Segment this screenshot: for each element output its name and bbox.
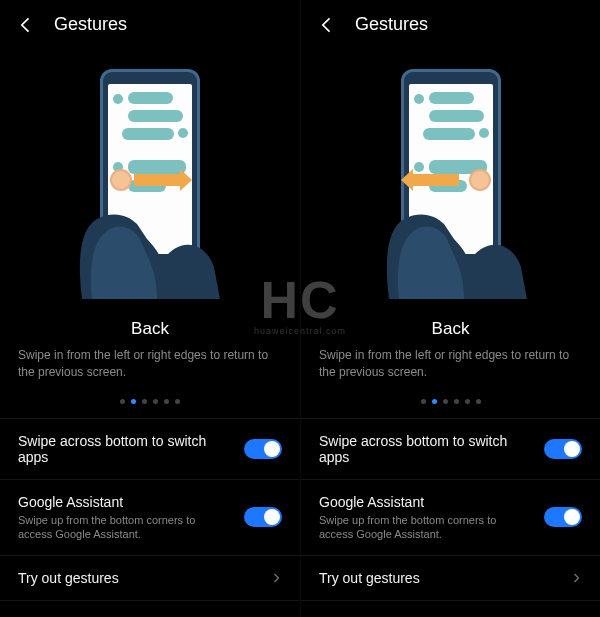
phone-mockup (80, 69, 220, 299)
setting-label: Swipe across bottom to switch apps (18, 433, 232, 465)
setting-sublabel: Swipe up from the bottom corners to acce… (18, 513, 232, 542)
pager-dot[interactable] (142, 399, 147, 404)
setting-label: Try out gestures (18, 570, 258, 586)
header: Gestures (0, 0, 300, 49)
setting-label: Swipe across bottom to switch apps (319, 433, 532, 465)
gesture-description: Swipe in from the left or right edges to… (301, 339, 600, 381)
setting-try-out-gestures[interactable]: Try out gestures (0, 556, 300, 601)
toggle-switch[interactable] (244, 439, 282, 459)
setting-try-out-gestures[interactable]: Try out gestures (301, 556, 600, 601)
gesture-description: Swipe in from the left or right edges to… (0, 339, 300, 381)
page-title: Gestures (355, 14, 428, 35)
chevron-right-icon (570, 572, 582, 584)
setting-swipe-switch[interactable]: Swipe across bottom to switch apps (301, 419, 600, 480)
thumb-icon (110, 169, 132, 191)
pager-dot[interactable] (175, 399, 180, 404)
swipe-arrow-right-icon (134, 174, 182, 186)
toggle-switch[interactable] (544, 507, 582, 527)
pager-dot[interactable] (131, 399, 136, 404)
thumb-icon (469, 169, 491, 191)
setting-label: Google Assistant (319, 494, 532, 510)
back-arrow-icon[interactable] (16, 15, 36, 35)
setting-google-assistant[interactable]: Google Assistant Swipe up from the botto… (0, 480, 300, 557)
pager-dot[interactable] (443, 399, 448, 404)
pager-dot[interactable] (465, 399, 470, 404)
pager-dot[interactable] (476, 399, 481, 404)
gesture-illustration (301, 49, 600, 309)
header: Gestures (301, 0, 600, 49)
page-indicator (0, 399, 300, 404)
setting-google-assistant[interactable]: Google Assistant Swipe up from the botto… (301, 480, 600, 557)
gesture-title: Back (301, 319, 600, 339)
pager-dot[interactable] (421, 399, 426, 404)
page-indicator (301, 399, 600, 404)
hand-illustration (72, 189, 222, 299)
toggle-switch[interactable] (544, 439, 582, 459)
gesture-illustration (0, 49, 300, 309)
setting-label: Google Assistant (18, 494, 232, 510)
hand-illustration (379, 189, 529, 299)
setting-label: Try out gestures (319, 570, 558, 586)
settings-panel-left: Gestures (0, 0, 300, 617)
toggle-switch[interactable] (244, 507, 282, 527)
setting-sublabel: Swipe up from the bottom corners to acce… (319, 513, 532, 542)
setting-swipe-switch[interactable]: Swipe across bottom to switch apps (0, 419, 300, 480)
page-title: Gestures (54, 14, 127, 35)
swipe-arrow-left-icon (411, 174, 459, 186)
gesture-title: Back (0, 319, 300, 339)
pager-dot[interactable] (432, 399, 437, 404)
settings-panel-right: Gestures (300, 0, 600, 617)
pager-dot[interactable] (120, 399, 125, 404)
phone-mockup (381, 69, 521, 299)
chevron-right-icon (270, 572, 282, 584)
pager-dot[interactable] (153, 399, 158, 404)
back-arrow-icon[interactable] (317, 15, 337, 35)
pager-dot[interactable] (164, 399, 169, 404)
pager-dot[interactable] (454, 399, 459, 404)
